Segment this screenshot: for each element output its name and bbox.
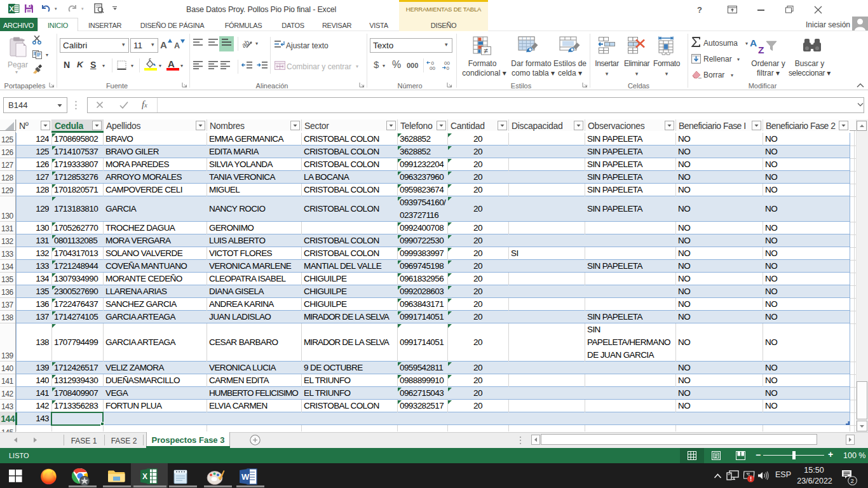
svg-text:Z: Z — [758, 44, 764, 55]
svg-text:A: A — [750, 37, 757, 48]
svg-text:≠: ≠ — [484, 46, 489, 55]
svg-text:2: 2 — [851, 477, 854, 484]
svg-text:X: X — [10, 5, 15, 13]
svg-text:A: A — [168, 58, 175, 69]
svg-text:ab: ab — [241, 38, 251, 49]
svg-text:W: W — [241, 472, 250, 482]
svg-text:X: X — [142, 472, 147, 481]
